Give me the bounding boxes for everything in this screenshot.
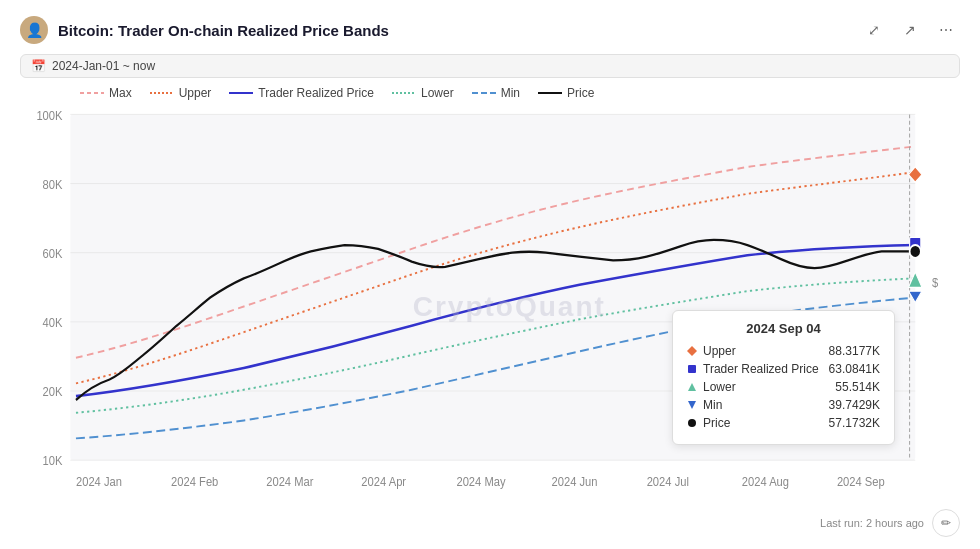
circle-icon xyxy=(687,418,697,428)
tooltip-value-trp: 63.0841K xyxy=(829,362,880,376)
legend-item-price: Price xyxy=(538,86,594,100)
footer: Last run: 2 hours ago ✏ xyxy=(20,509,960,537)
tooltip-label-min: Min xyxy=(687,398,722,412)
calendar-icon: 📅 xyxy=(31,59,46,73)
date-filter-label: 2024-Jan-01 ~ now xyxy=(52,59,155,73)
header: 👤 Bitcoin: Trader On-chain Realized Pric… xyxy=(20,16,960,44)
legend-item-upper: Upper xyxy=(150,86,212,100)
svg-text:2024 Sep: 2024 Sep xyxy=(837,474,885,489)
chart-area: 100K 80K 60K 40K 20K 10K 2024 Jan 2024 F… xyxy=(20,108,960,505)
svg-text:2024 Feb: 2024 Feb xyxy=(171,474,219,489)
last-run: Last run: 2 hours ago xyxy=(820,517,924,529)
tooltip-row-price: Price 57.1732K xyxy=(687,416,880,430)
tooltip-row-min: Min 39.7429K xyxy=(687,398,880,412)
svg-text:2024 Mar: 2024 Mar xyxy=(266,474,313,489)
legend-label-lower: Lower xyxy=(421,86,454,100)
svg-text:2024 Apr: 2024 Apr xyxy=(361,474,406,489)
tooltip-row-lower: Lower 55.514K xyxy=(687,380,880,394)
share-icon[interactable]: ↗ xyxy=(896,16,924,44)
tooltip-label-price: Price xyxy=(687,416,730,430)
triangle-up-icon xyxy=(687,382,697,392)
page-title: Bitcoin: Trader On-chain Realized Price … xyxy=(58,22,389,39)
svg-marker-35 xyxy=(687,346,697,356)
svg-text:60K: 60K xyxy=(43,246,63,261)
tooltip-label-upper: Upper xyxy=(687,344,736,358)
tooltip-text-trp: Trader Realized Price xyxy=(703,362,819,376)
svg-text:10K: 10K xyxy=(43,454,63,469)
legend-item-lower: Lower xyxy=(392,86,454,100)
svg-text:2024 May: 2024 May xyxy=(456,474,505,489)
tooltip-value-lower: 55.514K xyxy=(835,380,880,394)
expand-icon[interactable]: ⤢ xyxy=(860,16,888,44)
tooltip-text-price: Price xyxy=(703,416,730,430)
legend: Max Upper Trader Realized Price Lower Mi… xyxy=(20,86,960,100)
legend-label-upper: Upper xyxy=(179,86,212,100)
svg-text:2024 Aug: 2024 Aug xyxy=(742,474,789,489)
header-left: 👤 Bitcoin: Trader On-chain Realized Pric… xyxy=(20,16,389,44)
chart-svg: 100K 80K 60K 40K 20K 10K 2024 Jan 2024 F… xyxy=(20,108,960,505)
tooltip-value-price: 57.1732K xyxy=(829,416,880,430)
tooltip: 2024 Sep 04 Upper 88.3177K xyxy=(672,310,895,445)
legend-label-trp: Trader Realized Price xyxy=(258,86,374,100)
legend-item-trp: Trader Realized Price xyxy=(229,86,374,100)
tooltip-text-upper: Upper xyxy=(703,344,736,358)
svg-marker-37 xyxy=(688,383,696,391)
legend-label-min: Min xyxy=(501,86,520,100)
svg-text:2024 Jan: 2024 Jan xyxy=(76,474,122,489)
edit-icon[interactable]: ✏ xyxy=(932,509,960,537)
legend-label-price: Price xyxy=(567,86,594,100)
avatar: 👤 xyxy=(20,16,48,44)
tooltip-row-upper: Upper 88.3177K xyxy=(687,344,880,358)
triangle-down-icon xyxy=(687,400,697,410)
date-filter[interactable]: 📅 2024-Jan-01 ~ now xyxy=(20,54,960,78)
svg-text:100K: 100K xyxy=(36,108,62,123)
tooltip-label-trp: Trader Realized Price xyxy=(687,362,819,376)
more-icon[interactable]: ⋯ xyxy=(932,16,960,44)
tooltip-value-upper: 88.3177K xyxy=(829,344,880,358)
chart-wrapper: 100K 80K 60K 40K 20K 10K 2024 Jan 2024 F… xyxy=(20,108,960,505)
svg-point-39 xyxy=(688,419,696,427)
svg-marker-38 xyxy=(688,401,696,409)
header-icons: ⤢ ↗ ⋯ xyxy=(860,16,960,44)
svg-text:80K: 80K xyxy=(43,177,63,192)
tooltip-row-trp: Trader Realized Price 63.0841K xyxy=(687,362,880,376)
legend-item-min: Min xyxy=(472,86,520,100)
legend-item-max: Max xyxy=(80,86,132,100)
svg-rect-36 xyxy=(688,365,696,373)
diamond-icon xyxy=(687,346,697,356)
svg-text:40K: 40K xyxy=(43,315,63,330)
tooltip-text-lower: Lower xyxy=(703,380,736,394)
tooltip-text-min: Min xyxy=(703,398,722,412)
square-icon xyxy=(687,364,697,374)
svg-text:2024 Jun: 2024 Jun xyxy=(552,474,598,489)
legend-label-max: Max xyxy=(109,86,132,100)
main-container: 👤 Bitcoin: Trader On-chain Realized Pric… xyxy=(0,0,980,549)
svg-text:20K: 20K xyxy=(43,384,63,399)
tooltip-date: 2024 Sep 04 xyxy=(687,321,880,336)
svg-text:2024 Jul: 2024 Jul xyxy=(647,474,689,489)
svg-point-34 xyxy=(910,245,921,258)
svg-text:$: $ xyxy=(932,276,939,291)
tooltip-value-min: 39.7429K xyxy=(829,398,880,412)
tooltip-label-lower: Lower xyxy=(687,380,736,394)
